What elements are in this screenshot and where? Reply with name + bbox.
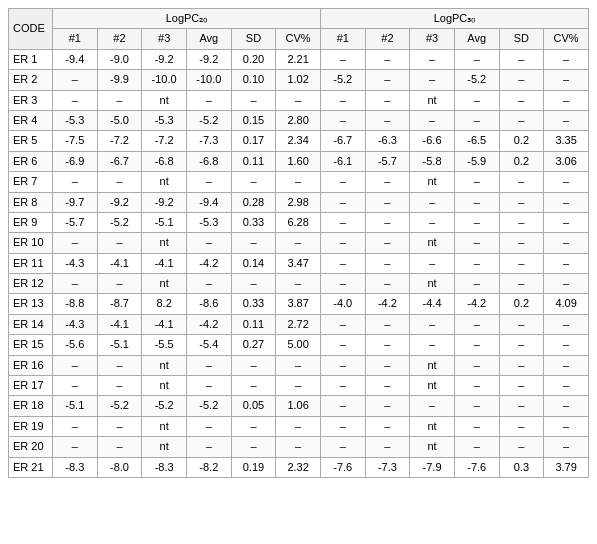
cell-r12-c6: -4.0 bbox=[320, 294, 365, 314]
cell-r4-c7: -6.3 bbox=[365, 131, 410, 151]
cell-r6-c1: – bbox=[97, 172, 142, 192]
cell-r14-c3: -5.4 bbox=[186, 335, 231, 355]
cell-r10-c3: -4.2 bbox=[186, 253, 231, 273]
table-row: ER 4-5.3-5.0-5.3-5.20.152.80–––––– bbox=[9, 110, 589, 130]
code-cell: ER 9 bbox=[9, 212, 53, 232]
col-header-3: Avg bbox=[186, 29, 231, 49]
cell-r15-c4: – bbox=[231, 355, 276, 375]
table-row: ER 10––nt–––––nt––– bbox=[9, 233, 589, 253]
cell-r6-c7: – bbox=[365, 172, 410, 192]
cell-r11-c11: – bbox=[544, 274, 589, 294]
cell-r0-c9: – bbox=[454, 49, 499, 69]
cell-r15-c11: – bbox=[544, 355, 589, 375]
cell-r18-c7: – bbox=[365, 416, 410, 436]
cell-r7-c2: -9.2 bbox=[142, 192, 187, 212]
cell-r2-c11: – bbox=[544, 90, 589, 110]
cell-r7-c4: 0.28 bbox=[231, 192, 276, 212]
cell-r14-c10: – bbox=[499, 335, 544, 355]
table-row: ER 20––nt–––––nt––– bbox=[9, 437, 589, 457]
cell-r0-c11: – bbox=[544, 49, 589, 69]
cell-r6-c2: nt bbox=[142, 172, 187, 192]
cell-r15-c8: nt bbox=[410, 355, 455, 375]
cell-r7-c3: -9.4 bbox=[186, 192, 231, 212]
code-cell: ER 17 bbox=[9, 376, 53, 396]
cell-r16-c5: – bbox=[276, 376, 321, 396]
cell-r0-c4: 0.20 bbox=[231, 49, 276, 69]
cell-r5-c5: 1.60 bbox=[276, 151, 321, 171]
cell-r12-c11: 4.09 bbox=[544, 294, 589, 314]
cell-r20-c9: -7.6 bbox=[454, 457, 499, 477]
cell-r4-c0: -7.5 bbox=[53, 131, 98, 151]
col-header-6: #1 bbox=[320, 29, 365, 49]
col-header-8: #3 bbox=[410, 29, 455, 49]
cell-r12-c5: 3.87 bbox=[276, 294, 321, 314]
cell-r6-c0: – bbox=[53, 172, 98, 192]
cell-r1-c0: – bbox=[53, 70, 98, 90]
cell-r1-c8: – bbox=[410, 70, 455, 90]
cell-r12-c0: -8.8 bbox=[53, 294, 98, 314]
cell-r5-c4: 0.11 bbox=[231, 151, 276, 171]
cell-r17-c9: – bbox=[454, 396, 499, 416]
cell-r20-c8: -7.9 bbox=[410, 457, 455, 477]
cell-r1-c10: – bbox=[499, 70, 544, 90]
cell-r0-c2: -9.2 bbox=[142, 49, 187, 69]
cell-r16-c2: nt bbox=[142, 376, 187, 396]
cell-r11-c6: – bbox=[320, 274, 365, 294]
col-header-7: #2 bbox=[365, 29, 410, 49]
cell-r17-c11: – bbox=[544, 396, 589, 416]
cell-r2-c7: – bbox=[365, 90, 410, 110]
cell-r18-c3: – bbox=[186, 416, 231, 436]
cell-r16-c8: nt bbox=[410, 376, 455, 396]
cell-r9-c8: nt bbox=[410, 233, 455, 253]
cell-r10-c2: -4.1 bbox=[142, 253, 187, 273]
cell-r8-c9: – bbox=[454, 212, 499, 232]
cell-r6-c10: – bbox=[499, 172, 544, 192]
code-cell: ER 6 bbox=[9, 151, 53, 171]
cell-r8-c4: 0.33 bbox=[231, 212, 276, 232]
cell-r10-c0: -4.3 bbox=[53, 253, 98, 273]
cell-r8-c5: 6.28 bbox=[276, 212, 321, 232]
cell-r6-c9: – bbox=[454, 172, 499, 192]
cell-r0-c7: – bbox=[365, 49, 410, 69]
cell-r17-c1: -5.2 bbox=[97, 396, 142, 416]
cell-r13-c2: -4.1 bbox=[142, 314, 187, 334]
cell-r5-c8: -5.8 bbox=[410, 151, 455, 171]
code-cell: ER 2 bbox=[9, 70, 53, 90]
table-row: ER 7––nt–––––nt––– bbox=[9, 172, 589, 192]
cell-r13-c1: -4.1 bbox=[97, 314, 142, 334]
cell-r9-c1: – bbox=[97, 233, 142, 253]
table-row: ER 5-7.5-7.2-7.2-7.30.172.34-6.7-6.3-6.6… bbox=[9, 131, 589, 151]
cell-r10-c10: – bbox=[499, 253, 544, 273]
cell-r9-c11: – bbox=[544, 233, 589, 253]
cell-r13-c8: – bbox=[410, 314, 455, 334]
table-row: ER 11-4.3-4.1-4.1-4.20.143.47–––––– bbox=[9, 253, 589, 273]
cell-r20-c4: 0.19 bbox=[231, 457, 276, 477]
cell-r0-c6: – bbox=[320, 49, 365, 69]
cell-r19-c1: – bbox=[97, 437, 142, 457]
cell-r18-c1: – bbox=[97, 416, 142, 436]
cell-r10-c1: -4.1 bbox=[97, 253, 142, 273]
cell-r9-c9: – bbox=[454, 233, 499, 253]
code-cell: ER 5 bbox=[9, 131, 53, 151]
cell-r1-c5: 1.02 bbox=[276, 70, 321, 90]
table-row: ER 18-5.1-5.2-5.2-5.20.051.06–––––– bbox=[9, 396, 589, 416]
cell-r13-c3: -4.2 bbox=[186, 314, 231, 334]
code-cell: ER 14 bbox=[9, 314, 53, 334]
cell-r4-c10: 0.2 bbox=[499, 131, 544, 151]
cell-r9-c0: – bbox=[53, 233, 98, 253]
logpc20-header: LogPC₂₀ bbox=[53, 9, 321, 29]
cell-r14-c9: – bbox=[454, 335, 499, 355]
cell-r3-c11: – bbox=[544, 110, 589, 130]
cell-r9-c4: – bbox=[231, 233, 276, 253]
cell-r1-c7: – bbox=[365, 70, 410, 90]
cell-r12-c9: -4.2 bbox=[454, 294, 499, 314]
cell-r15-c6: – bbox=[320, 355, 365, 375]
cell-r20-c2: -8.3 bbox=[142, 457, 187, 477]
cell-r2-c1: – bbox=[97, 90, 142, 110]
cell-r5-c9: -5.9 bbox=[454, 151, 499, 171]
cell-r4-c4: 0.17 bbox=[231, 131, 276, 151]
cell-r10-c5: 3.47 bbox=[276, 253, 321, 273]
cell-r1-c4: 0.10 bbox=[231, 70, 276, 90]
cell-r17-c0: -5.1 bbox=[53, 396, 98, 416]
cell-r17-c7: – bbox=[365, 396, 410, 416]
